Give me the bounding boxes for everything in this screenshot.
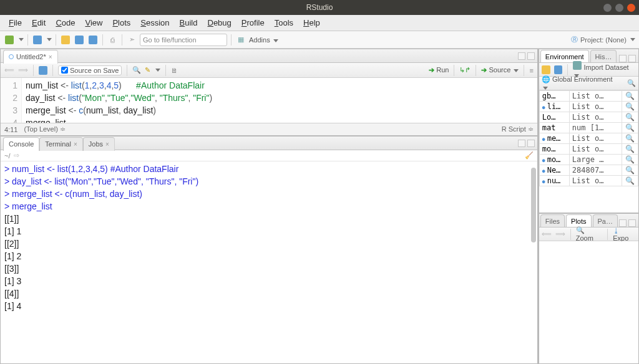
minimize-pane-icon[interactable] [518, 140, 525, 147]
console-output[interactable]: > num_list <- list(1,2,3,4,5) #Author Da… [1, 161, 537, 363]
cube-icon [33, 36, 42, 44]
env-row[interactable]: mo…List o…🔍 [539, 144, 638, 155]
menu-tools[interactable]: Tools [270, 16, 298, 29]
outline-icon[interactable]: ≡ [529, 67, 533, 74]
env-search-icon[interactable]: 🔍 [627, 79, 636, 87]
save-icon[interactable] [39, 66, 47, 75]
cursor-position[interactable]: 4:11 [4, 126, 17, 133]
magnify-icon[interactable]: 🔍 [625, 145, 635, 153]
env-row[interactable]: me…List o…🔍 [539, 133, 638, 144]
scope-selector[interactable]: (Top Level) ≑ [24, 125, 65, 133]
env-row[interactable]: Lo…List o…🔍 [539, 112, 638, 123]
open-file-button[interactable] [60, 34, 71, 46]
code-lines[interactable]: num_list <- list(1,2,3,4,5) #Author Data… [22, 78, 212, 123]
save-env-icon[interactable] [554, 65, 563, 74]
menu-edit[interactable]: Edit [27, 16, 51, 29]
env-row[interactable]: gb…List o…🔍 [539, 91, 638, 102]
source-button[interactable]: ➔ Source [481, 66, 519, 74]
minimize-icon[interactable] [603, 4, 612, 12]
menu-session[interactable]: Session [135, 16, 174, 29]
tab-console[interactable]: Console [3, 137, 39, 151]
close-icon[interactable]: × [74, 141, 77, 148]
tab-title: Untitled2* [16, 53, 46, 60]
save-all-icon [89, 36, 97, 44]
menu-build[interactable]: Build [175, 16, 203, 29]
rerun-button[interactable]: ↳↱ [459, 66, 471, 74]
source-toolbar: ⟸ ⟹ Source on Save 🔍 ✎ 🗎 ➔ Run ↳↱ [1, 63, 537, 78]
zoom-button[interactable]: 🔍 Zoom [576, 226, 602, 242]
magnify-icon[interactable]: 🔍 [625, 102, 635, 111]
magnify-icon[interactable]: 🔍 [625, 134, 635, 143]
plots-toolbar: ⟸ ⟹ 🔍 Zoom ⭳ Expo [539, 228, 638, 241]
back-button[interactable]: ⟸ [4, 66, 14, 74]
go-button[interactable]: ➣ [126, 34, 137, 46]
goto-file-input[interactable]: Go to file/function [140, 34, 227, 46]
env-row[interactable]: Ne…284807…🔍 [539, 165, 638, 176]
menu-help[interactable]: Help [298, 16, 325, 29]
dropdown-icon[interactable] [47, 38, 52, 41]
magnify-icon[interactable]: 🔍 [625, 113, 635, 122]
forward-button[interactable]: ⟹ [18, 66, 28, 74]
code-editor[interactable]: 1234 num_list <- list(1,2,3,4,5) #Author… [1, 78, 537, 123]
source-tab-untitled2[interactable]: Untitled2* × [3, 50, 58, 64]
maximize-pane-icon[interactable] [628, 219, 636, 227]
save-button[interactable] [74, 34, 85, 46]
magnify-icon[interactable]: 🔍 [625, 166, 635, 175]
menu-file[interactable]: File [4, 16, 27, 29]
console-arrow-icon[interactable]: ⇨ [14, 151, 19, 160]
report-icon[interactable]: 🗎 [171, 67, 178, 74]
load-icon[interactable] [542, 65, 550, 74]
r-file-icon [9, 54, 14, 59]
menu-code[interactable]: Code [51, 16, 80, 29]
scrollbar-thumb[interactable] [531, 168, 536, 242]
magnify-icon[interactable]: 🔍 [625, 92, 635, 100]
magnify-icon[interactable]: 🔍 [625, 176, 635, 185]
env-row[interactable]: li…List o…🔍 [539, 102, 638, 112]
minimize-pane-icon[interactable] [619, 219, 627, 227]
tab-terminal[interactable]: Terminal × [39, 137, 82, 151]
r-project-icon: Ⓡ [571, 35, 578, 44]
clear-console-icon[interactable]: 🧹 [525, 151, 534, 160]
maximize-pane-icon[interactable] [527, 52, 535, 60]
language-selector[interactable]: R Script ≑ [502, 125, 534, 133]
minimize-pane-icon[interactable] [518, 52, 525, 60]
dropdown-icon [273, 39, 278, 42]
close-icon[interactable] [627, 4, 635, 12]
menu-profile[interactable]: Profile [237, 16, 270, 29]
export-button[interactable]: ⭳ Expo [613, 227, 636, 242]
scope-dropdown[interactable]: 🌐 Global Environment [542, 75, 620, 91]
new-project-button[interactable] [32, 34, 43, 46]
source-on-save-checkbox[interactable] [61, 67, 68, 74]
maximize-icon[interactable] [615, 4, 623, 12]
maximize-pane-icon[interactable] [527, 140, 535, 147]
addins-dropdown[interactable]: Addins [249, 36, 278, 44]
close-icon[interactable]: × [105, 141, 109, 148]
environment-toolbar: Import Dataset [539, 63, 638, 77]
run-button[interactable]: ➔ Run [429, 66, 449, 74]
wand-icon[interactable]: ✎ [145, 66, 150, 74]
plot-back-icon[interactable]: ⟸ [542, 230, 552, 238]
menu-plots[interactable]: Plots [107, 16, 135, 29]
env-row[interactable]: nu…List o…🔍 [539, 176, 638, 186]
tab-plots[interactable]: Plots [566, 214, 591, 227]
magnify-icon[interactable]: 🔍 [625, 123, 635, 132]
magnify-icon[interactable]: 🔍 [625, 155, 635, 164]
dropdown-icon[interactable] [19, 38, 24, 41]
menu-view[interactable]: View [80, 16, 107, 29]
find-icon[interactable]: 🔍 [132, 66, 141, 74]
new-file-button[interactable] [4, 34, 15, 46]
plot-forward-icon[interactable]: ⟹ [555, 230, 565, 238]
env-row[interactable]: matnum [1…🔍 [539, 123, 638, 133]
tab-jobs[interactable]: Jobs × [83, 137, 115, 151]
menu-debug[interactable]: Debug [203, 16, 237, 29]
tab-files[interactable]: Files [540, 214, 565, 227]
save-all-button[interactable] [87, 34, 99, 46]
env-row[interactable]: mo…Large …🔍 [539, 155, 638, 165]
project-selector[interactable]: Ⓡ Project: (None) [571, 35, 635, 44]
dropdown-icon[interactable] [155, 69, 160, 72]
grid-icon[interactable]: ▦ [235, 34, 246, 46]
source-on-save-toggle[interactable]: Source on Save [58, 65, 122, 75]
tab-packages[interactable]: Pa… [593, 214, 618, 227]
close-tab-icon[interactable]: × [49, 54, 52, 60]
print-button[interactable]: ⎙ [107, 34, 118, 46]
